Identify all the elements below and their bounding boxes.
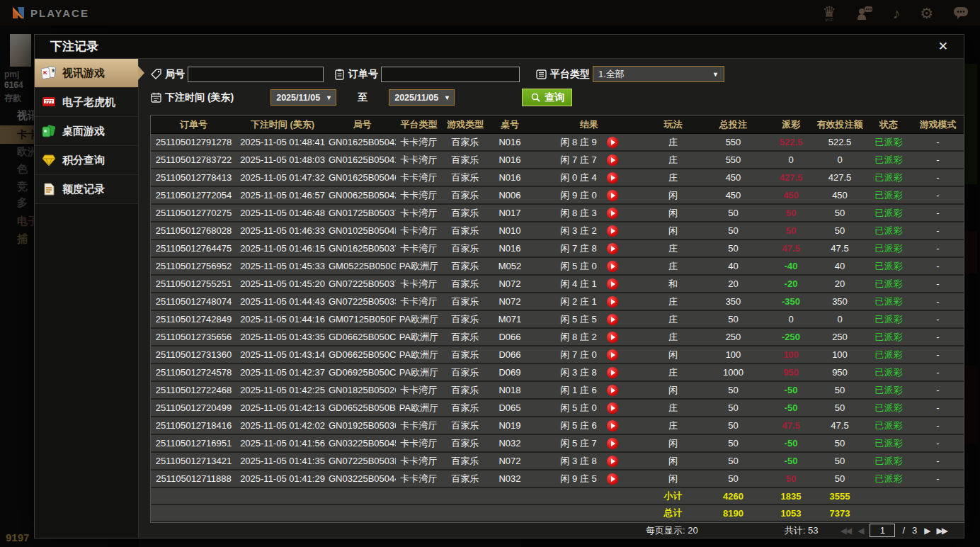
play-triangle-icon	[611, 210, 615, 216]
replay-play-button[interactable]	[607, 385, 618, 396]
replay-play-button[interactable]	[607, 208, 618, 219]
platform-type-label: 平台类型	[535, 68, 590, 81]
last-page-icon[interactable]: ▶▶	[937, 526, 947, 536]
cell-order-number: 251105012748074	[151, 296, 237, 307]
cell-play-type: 庄	[647, 171, 699, 184]
screen: PLAYACE ♛ VIP ♪ ⚙	[0, 0, 980, 547]
cell-total-bet: 50	[699, 243, 768, 254]
table-row: 2511050127224682025-11-05 01:42:25GN0182…	[151, 382, 964, 400]
cell-order-number: 251105012722468	[151, 385, 237, 395]
cell-total-bet: 450	[699, 172, 768, 183]
cell-round-number: GD06925B050CD	[329, 367, 396, 378]
tab-label: 电子老虎机	[62, 96, 115, 109]
cell-table-number: D066	[489, 349, 531, 360]
order-number-input[interactable]	[381, 67, 520, 82]
vip-icon[interactable]: ♛ VIP	[823, 4, 836, 22]
play-triangle-icon	[611, 352, 615, 358]
replay-play-button[interactable]	[607, 349, 618, 361]
cell-status: 已派彩	[865, 384, 912, 397]
replay-play-button[interactable]	[607, 154, 618, 166]
replay-play-button[interactable]	[607, 278, 618, 290]
replay-play-button[interactable]	[607, 438, 618, 449]
tab-label: 桌面游戏	[62, 125, 105, 138]
cell-game-type: 百家乐	[442, 225, 489, 237]
replay-play-button[interactable]	[607, 402, 618, 414]
replay-play-button[interactable]	[607, 172, 618, 184]
cell-order-number: 251105012791278	[151, 137, 237, 147]
grand-total-row-total-bet: 8190	[699, 508, 768, 519]
replay-play-button[interactable]	[607, 190, 618, 201]
tab-live-games[interactable]: 9 K 视讯游戏	[35, 59, 138, 88]
cell-platform: 卡卡湾厅	[396, 473, 442, 485]
cell-result: 闲 8 庄 3	[531, 207, 647, 220]
cell-total-bet: 50	[699, 225, 768, 236]
tab-slots[interactable]: 777 电子老虎机	[35, 88, 138, 117]
table-row: 2511050127480742025-11-05 01:44:43GN0722…	[151, 293, 964, 311]
cell-total-bet: 20	[699, 278, 768, 289]
cell-round-number: GN07225B0503S	[329, 296, 396, 307]
cell-round-number: GD06525B050BZ	[329, 402, 396, 413]
cell-game-mode: -	[912, 137, 964, 147]
tab-table-games[interactable]: 桌面游戏	[35, 117, 138, 146]
close-icon[interactable]: ✕	[934, 38, 952, 55]
cell-round-number: GN03225B05045	[329, 438, 396, 449]
cell-table-number: N072	[489, 456, 531, 466]
cell-valid-bet: 50	[814, 208, 865, 218]
col-header: 游戏类型	[442, 118, 489, 131]
cell-result: 闲 3 庄 2	[531, 225, 647, 237]
replay-play-button[interactable]	[607, 456, 618, 467]
page-number-input[interactable]	[870, 524, 895, 537]
cell-valid-bet: 50	[814, 456, 865, 466]
tab-credit-records[interactable]: 额度记录	[35, 175, 138, 204]
cell-bet-time: 2025-11-05 01:41:56	[237, 438, 329, 449]
cell-game-type: 百家乐	[442, 260, 489, 273]
search-button[interactable]: 查询	[522, 89, 572, 106]
table-row: 2511050127837222025-11-05 01:48:03GN0162…	[151, 152, 964, 169]
cell-total-bet: 350	[699, 296, 768, 307]
next-page-icon[interactable]: ▶	[924, 526, 929, 536]
tab-points-query[interactable]: 积分查询	[35, 146, 138, 175]
play-triangle-icon	[611, 476, 615, 482]
chat-icon[interactable]	[953, 6, 969, 20]
cell-payout: 0	[768, 314, 814, 325]
replay-play-button[interactable]	[607, 314, 618, 325]
replay-play-button[interactable]	[607, 332, 618, 343]
total-count-label: 共计: 53	[785, 524, 819, 537]
cell-table-number: N032	[489, 473, 531, 484]
replay-play-button[interactable]	[607, 473, 618, 485]
replay-play-button[interactable]	[607, 243, 618, 254]
bet-time-label: 下注时间 (美东)	[150, 91, 234, 104]
replay-play-button[interactable]	[607, 137, 618, 148]
cell-status: 已派彩	[865, 455, 912, 468]
order-number-label: 订单号	[334, 68, 378, 81]
replay-play-button[interactable]	[607, 261, 618, 272]
support-icon[interactable]	[856, 6, 873, 20]
date-from-select[interactable]: 2025/11/05 ▼	[270, 89, 336, 106]
cell-bet-time: 2025-11-05 01:43:14	[237, 349, 329, 360]
settings-icon[interactable]: ⚙	[920, 6, 933, 21]
replay-play-button[interactable]	[607, 225, 618, 237]
cell-total-bet: 100	[699, 349, 768, 360]
replay-play-button[interactable]	[607, 420, 618, 432]
play-triangle-icon	[611, 264, 615, 269]
round-number-label: 局号	[150, 68, 185, 81]
cell-platform: PA欧洲厅	[396, 349, 442, 361]
cell-round-number: GN07225B0503T	[329, 278, 396, 289]
cell-play-type: 闲	[647, 455, 699, 468]
table-row: 2511050127118882025-11-05 01:41:29GN0322…	[151, 470, 964, 488]
cell-table-number: N016	[489, 137, 531, 147]
cell-bet-time: 2025-11-05 01:42:37	[237, 367, 329, 378]
cell-game-type: 百家乐	[442, 419, 489, 432]
cell-payout: 450	[768, 190, 814, 201]
date-to-select[interactable]: 2025/11/05 ▼	[389, 89, 455, 106]
first-page-icon[interactable]: ◀◀	[841, 526, 850, 536]
music-icon[interactable]: ♪	[893, 6, 901, 21]
topbar: PLAYACE ♛ VIP ♪ ⚙	[0, 0, 980, 26]
cell-game-mode: -	[912, 190, 964, 201]
subtotal-row-total-bet: 4260	[699, 491, 768, 502]
prev-page-icon[interactable]: ◀	[858, 526, 862, 536]
replay-play-button[interactable]	[607, 367, 618, 378]
round-number-input[interactable]	[188, 67, 324, 82]
platform-type-select[interactable]: 1.全部 ▼	[593, 66, 724, 82]
replay-play-button[interactable]	[607, 296, 618, 308]
